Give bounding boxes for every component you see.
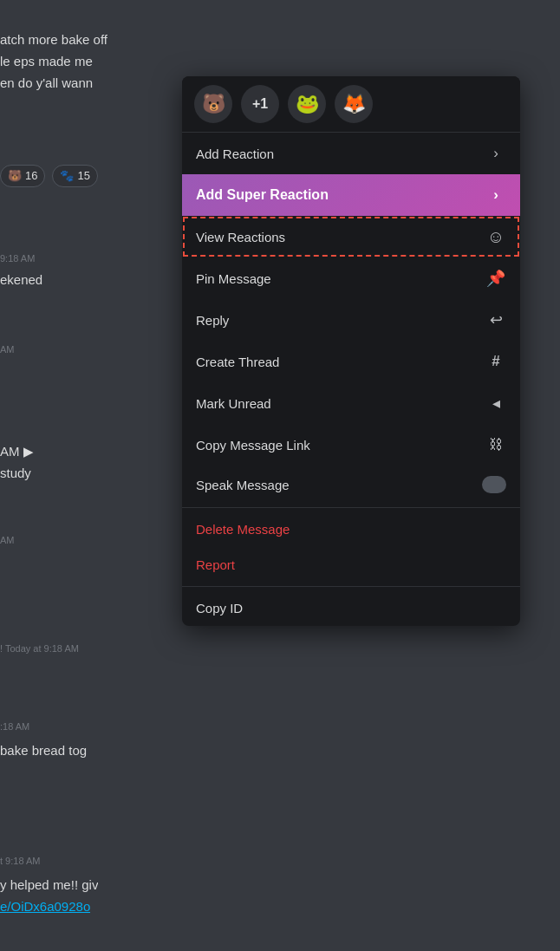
menu-label-mark-unread: Mark Unread (196, 396, 485, 411)
menu-item-view-reactions[interactable]: View Reactions ☺ (182, 216, 520, 257)
bg-ts-6: :18 AM (0, 720, 29, 734)
menu-label-copy-message-link: Copy Message Link (196, 438, 485, 453)
menu-label-delete-message: Delete Message (196, 522, 506, 537)
menu-label-speak-message: Speak Message (196, 478, 482, 492)
emoji-quick-row: 🐻 +1 🐸 🦊 (182, 76, 520, 133)
bg-text-2: le eps made me (0, 52, 93, 72)
context-menu: 🐻 +1 🐸 🦊 Add Reaction › Add Super Reacti… (182, 76, 520, 626)
reaction-count-1: 16 (25, 167, 37, 185)
menu-divider-bottom (182, 586, 520, 587)
menu-item-add-reaction[interactable]: Add Reaction › (182, 133, 520, 174)
menu-item-copy-id[interactable]: Copy ID (182, 590, 520, 626)
bg-ts-4: AM (0, 533, 15, 548)
chevron-right-icon-super: › (485, 185, 506, 205)
bg-ts-1: 9:18 AM (0, 251, 35, 266)
menu-label-reply: Reply (196, 313, 485, 328)
bg-text-5: ekened (0, 270, 42, 290)
reaction-badge-2[interactable]: 🐾 15 (52, 165, 97, 187)
bg-ts-7: t 9:18 AM (0, 854, 40, 869)
menu-label-pin-message: Pin Message (196, 271, 485, 286)
unread-icon: ◂ (485, 393, 506, 414)
menu-label-add-super-reaction: Add Super Reaction (196, 187, 485, 203)
menu-item-pin-message[interactable]: Pin Message 📌 (182, 257, 520, 299)
menu-item-reply[interactable]: Reply ↩ (182, 299, 520, 341)
menu-label-create-thread: Create Thread (196, 355, 485, 369)
menu-item-copy-message-link[interactable]: Copy Message Link ⛓ (182, 424, 520, 466)
bg-ts-2: AM (0, 342, 15, 357)
chevron-right-icon-reaction: › (485, 143, 506, 164)
bg-text-14: y helped me!! giv (0, 876, 98, 896)
quick-emoji-4[interactable]: 🦊 (335, 85, 373, 123)
menu-label-view-reactions: View Reactions (196, 230, 485, 244)
bg-link-1[interactable]: e/OiDx6a0928o (0, 897, 90, 917)
menu-label-copy-id: Copy ID (196, 601, 506, 616)
link-icon: ⛓ (485, 434, 506, 455)
bg-text-1: atch more bake off (0, 30, 107, 50)
bg-text-3: en do y'all wann (0, 74, 93, 94)
menu-item-mark-unread[interactable]: Mark Unread ◂ (182, 382, 520, 424)
menu-label-add-reaction: Add Reaction (196, 147, 485, 161)
thread-icon: # (485, 351, 506, 372)
menu-divider-danger (182, 507, 520, 508)
quick-emoji-1[interactable]: 🐻 (194, 85, 232, 123)
bg-text-8: study (0, 464, 31, 484)
reaction-badge-1[interactable]: 🐻 16 (0, 165, 45, 187)
menu-item-delete-message[interactable]: Delete Message (182, 511, 520, 547)
menu-item-speak-message[interactable]: Speak Message (182, 466, 520, 504)
reaction-count-2: 15 (77, 167, 89, 185)
menu-label-report: Report (196, 557, 506, 572)
bg-ts-3: AM ▶ (0, 442, 34, 462)
reaction-emoji-2: 🐾 (60, 167, 74, 185)
reply-icon: ↩ (485, 309, 506, 330)
pin-icon: 📌 (485, 268, 506, 289)
menu-item-report[interactable]: Report (182, 547, 520, 583)
bg-text-12: bake bread tog (0, 741, 87, 761)
reaction-emoji-1: 🐻 (8, 167, 22, 185)
menu-item-add-super-reaction[interactable]: Add Super Reaction › (182, 174, 520, 216)
smiley-icon: ☺ (485, 226, 506, 247)
bg-ts-5: ! Today at 9:18 AM (0, 642, 79, 656)
quick-emoji-3[interactable]: 🐸 (288, 85, 326, 123)
speak-toggle[interactable] (482, 476, 506, 493)
menu-item-create-thread[interactable]: Create Thread # (182, 341, 520, 382)
quick-emoji-2[interactable]: +1 (241, 85, 279, 123)
